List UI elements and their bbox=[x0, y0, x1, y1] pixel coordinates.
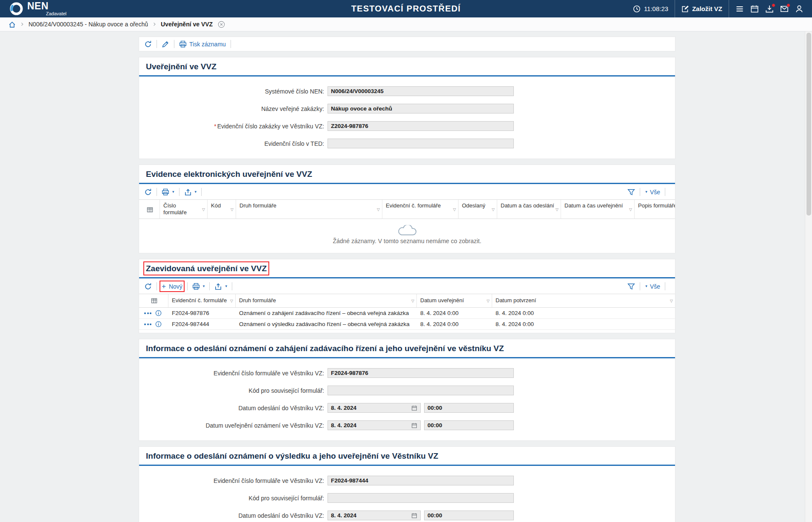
column-settings-icon[interactable] bbox=[139, 200, 160, 218]
refresh-icon[interactable] bbox=[144, 40, 152, 48]
create-vz-button[interactable]: Založit VZ bbox=[681, 5, 722, 13]
calendar-icon[interactable] bbox=[750, 5, 759, 13]
filter-caret-icon[interactable]: ▽ bbox=[230, 299, 233, 303]
column-header-evidencni-c-formulare[interactable]: Evidenční č. formuláře▽ bbox=[168, 294, 236, 307]
filter-caret-icon[interactable]: ▽ bbox=[670, 299, 673, 303]
main-content: Tisk záznamu Uveřejnění ve VVZ Systémové… bbox=[139, 31, 675, 522]
column-header-cislo-formulare[interactable]: Číslo formuláře▽ bbox=[160, 200, 208, 218]
section-evidence-elektronickych-uverejneni: Evidence elektronických uveřejnění ve VV… bbox=[139, 165, 675, 253]
column-header-evidencni-c-formulare[interactable]: Evidenční č. formuláře▽ bbox=[382, 200, 459, 218]
messages-icon[interactable] bbox=[780, 5, 789, 13]
cell-datum-uverejneni: 8. 4. 2024 0:00 bbox=[417, 310, 492, 316]
section-informace-vysledek: Informace o odeslání oznámení o výsledku… bbox=[139, 446, 675, 522]
column-header-datum-cas-odeslani[interactable]: Datum a čas odeslání▽ bbox=[497, 200, 561, 218]
refresh-icon[interactable] bbox=[144, 283, 152, 290]
row-menu-icon[interactable] bbox=[144, 312, 151, 314]
print-icon[interactable]: ▾ bbox=[162, 188, 174, 196]
evidencni-cislo-ted-input[interactable] bbox=[328, 139, 514, 148]
home-icon[interactable] bbox=[9, 21, 16, 28]
plus-icon: + bbox=[162, 283, 166, 290]
cell-druh-formulare: Oznámení o výsledku zadávacího řízení – … bbox=[236, 321, 417, 327]
filter-caret-icon[interactable]: ▽ bbox=[556, 207, 558, 212]
datum-odeslani-date-input[interactable]: 8. 4. 2024 bbox=[328, 403, 421, 413]
divider bbox=[187, 282, 188, 290]
column-header-kod[interactable]: Kód▽ bbox=[208, 200, 236, 218]
required-marker: * bbox=[214, 123, 216, 130]
row-actions bbox=[139, 321, 168, 327]
cell-druh-formulare: Oznámení o zahájení zadávacího řízení – … bbox=[236, 310, 417, 316]
downloads-icon[interactable] bbox=[765, 5, 774, 13]
filter-caret-icon[interactable]: ▽ bbox=[411, 299, 414, 303]
filter-icon[interactable] bbox=[627, 188, 635, 196]
datum-odeslani-time-input[interactable]: 00:00 bbox=[424, 511, 514, 520]
export-icon[interactable]: ▾ bbox=[184, 188, 197, 196]
breadcrumb-record-link[interactable]: N006/24/V00003245 - Nákup ovoce a ořechů bbox=[28, 21, 148, 28]
filter-caret-icon[interactable]: ▽ bbox=[202, 207, 205, 212]
info-icon[interactable] bbox=[155, 321, 162, 327]
calendar-icon[interactable] bbox=[411, 423, 417, 428]
export-icon[interactable]: ▾ bbox=[214, 283, 227, 290]
column-header-druh-formulare[interactable]: Druh formuláře▽ bbox=[236, 200, 382, 218]
section-title: Zaevidovaná uveřejnění ve VVZ bbox=[139, 259, 675, 277]
filter-caret-icon[interactable]: ▽ bbox=[492, 207, 495, 212]
new-record-label: Nový bbox=[169, 283, 182, 290]
table-row[interactable]: F2024-987876 Oznámení o zahájení zadávac… bbox=[139, 308, 675, 319]
systemove-cislo-nen-input[interactable]: N006/24/V00003245 bbox=[328, 86, 514, 96]
scrollbar-thumb[interactable] bbox=[806, 33, 811, 216]
annotation-highlight: Zaevidovaná uveřejnění ve VVZ bbox=[146, 264, 267, 273]
user-icon[interactable] bbox=[795, 5, 803, 13]
vertical-scrollbar[interactable] bbox=[805, 31, 812, 522]
section-title: Uveřejnění ve VVZ bbox=[139, 57, 675, 75]
nazev-verejne-zakazky-input[interactable]: Nákup ovoce a ořechů bbox=[328, 104, 514, 113]
new-record-button[interactable]: + Nový bbox=[162, 283, 182, 290]
datum-odeslani-time-input[interactable]: 00:00 bbox=[424, 403, 514, 413]
evidencni-cislo-vestnik-input[interactable]: Z2024-987876 bbox=[328, 121, 514, 131]
divider bbox=[640, 188, 640, 196]
record-toolbar: Tisk záznamu bbox=[139, 37, 675, 51]
column-header-datum-uverejneni[interactable]: Datum uveřejnění▽ bbox=[417, 294, 492, 307]
view-all-dropdown[interactable]: ▾ Vše bbox=[645, 189, 660, 196]
form-row: Systémové číslo NEN: N006/24/V00003245 bbox=[139, 86, 675, 96]
filter-caret-icon[interactable]: ▽ bbox=[231, 207, 234, 212]
datum-uverejneni-date-input[interactable]: 8. 4. 2024 bbox=[328, 420, 421, 430]
table-toolbar-right: ▾ Vše bbox=[627, 188, 670, 196]
print-icon[interactable]: ▾ bbox=[192, 283, 205, 290]
refresh-icon[interactable] bbox=[144, 188, 152, 196]
filter-caret-icon[interactable]: ▽ bbox=[487, 299, 490, 303]
kod-souvisejici-formular-input[interactable] bbox=[328, 386, 514, 395]
calendar-icon[interactable] bbox=[411, 405, 417, 411]
datum-uverejneni-time-input[interactable]: 00:00 bbox=[424, 420, 514, 430]
section-title: Informace o odeslání oznámení o výsledku… bbox=[139, 447, 675, 465]
nen-logo[interactable]: NEN Zadavatel bbox=[0, 1, 66, 16]
section-uverejneni-ve-vvz: Uveřejnění ve VVZ Systémové číslo NEN: N… bbox=[139, 57, 675, 159]
column-settings-icon[interactable] bbox=[139, 294, 168, 307]
edit-icon[interactable] bbox=[162, 40, 169, 48]
filter-caret-icon[interactable]: ▽ bbox=[453, 207, 456, 212]
table-row[interactable]: F2024-987444 Oznámení o výsledku zadávac… bbox=[139, 319, 675, 330]
brand-subtitle: Zadavatel bbox=[46, 11, 66, 16]
breadcrumb-current: Uveřejnění ve VVZ bbox=[161, 21, 213, 28]
calendar-icon[interactable] bbox=[411, 513, 417, 519]
print-record-button[interactable]: Tisk záznamu bbox=[179, 40, 226, 48]
field-label: Evidenční číslo formuláře ve Věstníku VZ… bbox=[139, 477, 328, 484]
column-header-druh-formulare[interactable]: Druh formuláře▽ bbox=[236, 294, 417, 307]
field-label: Evidenční číslo formuláře ve Věstníku VZ… bbox=[139, 370, 328, 377]
kod-souvisejici-formular-input[interactable] bbox=[328, 493, 514, 503]
menu-icon[interactable] bbox=[735, 5, 744, 13]
section-zaevidovana-uverejneni: Zaevidovaná uveřejnění ve VVZ + Nový ▾ ▾… bbox=[139, 259, 675, 333]
filter-caret-icon[interactable]: ▽ bbox=[377, 207, 380, 212]
column-header-popis-formulare[interactable]: Popis formuláře bbox=[635, 200, 675, 218]
close-tab-icon[interactable] bbox=[218, 21, 225, 28]
datum-odeslani-date-input[interactable]: 8. 4. 2024 bbox=[328, 511, 421, 520]
column-header-datum-potvrzeni[interactable]: Datum potvrzení▽ bbox=[492, 294, 675, 307]
view-all-dropdown[interactable]: ▾ Vše bbox=[645, 283, 660, 290]
filter-icon[interactable] bbox=[627, 283, 635, 290]
column-header-datum-cas-uverejneni[interactable]: Datum a čas uveřejnění▽ bbox=[561, 200, 635, 218]
evidencni-cislo-formulare-input[interactable]: F2024-987876 bbox=[328, 368, 514, 378]
form-row: Evidenční číslo formuláře ve Věstníku VZ… bbox=[139, 476, 675, 485]
column-header-odeslany[interactable]: Odeslaný▽ bbox=[459, 200, 497, 218]
info-icon[interactable] bbox=[155, 310, 162, 316]
evidencni-cislo-formulare-input[interactable]: F2024-987444 bbox=[328, 476, 514, 485]
filter-caret-icon[interactable]: ▽ bbox=[629, 207, 632, 212]
row-menu-icon[interactable] bbox=[144, 323, 151, 325]
